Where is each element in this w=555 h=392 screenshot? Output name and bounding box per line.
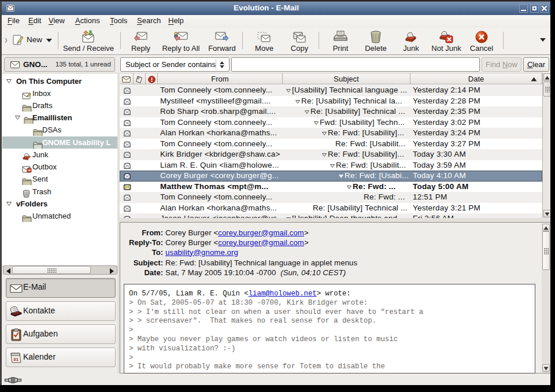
svg-text:31: 31 [13,357,18,362]
